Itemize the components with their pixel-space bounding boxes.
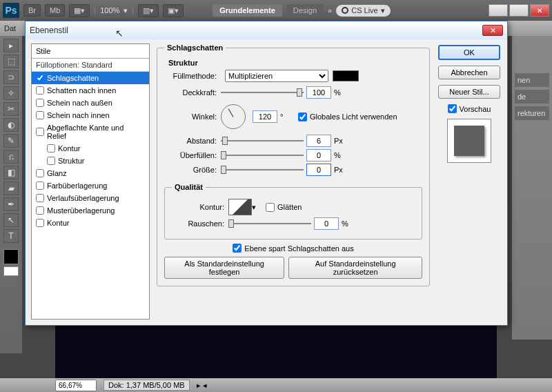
maximize-button[interactable]: ☐ (509, 4, 529, 17)
text-tool-icon[interactable]: T (3, 229, 19, 243)
arrange-button[interactable]: ▥▾ (138, 4, 159, 17)
style-satin[interactable]: Glanz (32, 167, 149, 179)
style-pattern-overlay[interactable]: Musterüberlagerung (32, 204, 149, 217)
foreground-color[interactable] (3, 249, 19, 264)
distance-input[interactable] (306, 135, 331, 147)
angle-input[interactable] (253, 110, 277, 123)
unit: % (342, 219, 355, 228)
checkbox[interactable] (36, 194, 44, 202)
dialog-titlebar[interactable]: Ebenenstil ✕ (26, 21, 507, 39)
style-gradient-overlay[interactable]: Verlaufsüberlagerung (32, 192, 149, 204)
distance-slider[interactable] (221, 135, 304, 146)
scroll-arrow-icon[interactable]: ▸ ◂ (197, 381, 207, 390)
zoom-dropdown-icon[interactable]: ▾ (124, 6, 128, 15)
tab-grundelemente[interactable]: Grundelemente (213, 4, 282, 17)
make-default-button[interactable]: Als Standardeinstellung festlegen (164, 257, 284, 279)
panel-tab[interactable]: nen (515, 73, 549, 87)
checkbox[interactable] (36, 206, 44, 215)
close-button[interactable]: ✕ (530, 4, 549, 17)
checkbox[interactable] (36, 99, 44, 107)
minimize-button[interactable]: — (489, 4, 508, 17)
angle-dial[interactable] (221, 104, 246, 129)
preview-swatch (454, 126, 484, 156)
checkbox[interactable] (36, 219, 44, 227)
blend-mode-select[interactable]: Multiplizieren (225, 70, 328, 82)
background-color[interactable] (3, 266, 19, 276)
checkbox[interactable] (36, 128, 44, 136)
styles-header[interactable]: Stile (32, 44, 149, 59)
dialog-close-button[interactable]: ✕ (482, 25, 503, 36)
opacity-slider[interactable] (221, 87, 304, 98)
screen-mode-button[interactable]: ▦▾ (69, 4, 90, 17)
styles-list: Stile Fülloptionen: Standard Schlagschat… (31, 43, 150, 320)
checkbox[interactable] (36, 182, 44, 190)
crop-tool-icon[interactable]: ✂ (3, 102, 19, 116)
style-contour[interactable]: Kontur (32, 142, 149, 155)
bridge-button[interactable]: Br (23, 4, 41, 17)
style-bevel-emboss[interactable]: Abgeflachte Kante und Relief (32, 121, 149, 142)
new-style-button[interactable]: Neuer Stil... (438, 85, 500, 99)
style-inner-glow[interactable]: Schein nach innen (32, 109, 149, 121)
spread-label: Überfüllen: (164, 151, 217, 159)
contour-picker[interactable] (228, 199, 252, 215)
ok-button[interactable]: OK (438, 45, 500, 60)
blending-options[interactable]: Fülloptionen: Standard (32, 59, 149, 72)
brush-tool-icon[interactable]: ✎ (3, 134, 19, 148)
schlagschatten-group: Schlagschatten Struktur Füllmethode: Mul… (157, 43, 430, 286)
zoom-level[interactable]: 100% (100, 6, 119, 14)
style-stroke[interactable]: Kontur (32, 217, 149, 229)
checkbox[interactable] (36, 74, 44, 82)
checkbox[interactable] (47, 157, 55, 165)
checkbox[interactable] (36, 169, 44, 177)
checkbox[interactable] (36, 111, 44, 119)
noise-input[interactable] (314, 217, 339, 230)
style-outer-glow[interactable]: Schein nach außen (32, 97, 149, 109)
move-tool-icon[interactable]: ▸ (3, 39, 19, 52)
zoom-input[interactable] (55, 380, 97, 391)
unit: Px (334, 137, 348, 145)
knockout-checkbox[interactable] (233, 244, 241, 253)
size-input[interactable] (306, 164, 331, 176)
unit: % (334, 88, 348, 97)
stamp-tool-icon[interactable]: ⎌ (3, 150, 19, 164)
tab-design[interactable]: Design (286, 4, 324, 17)
screenfill-button[interactable]: ▣▾ (163, 4, 184, 17)
opacity-input[interactable] (306, 86, 331, 99)
unit: ° (280, 112, 294, 121)
global-light-checkbox[interactable] (298, 112, 307, 121)
panel-tab[interactable]: de (515, 90, 549, 104)
spread-input[interactable] (306, 149, 331, 161)
path-tool-icon[interactable]: ↖ (3, 213, 19, 227)
pen-tool-icon[interactable]: ✒ (3, 197, 19, 211)
document-info[interactable]: Dok: 1,37 MB/5,00 MB (103, 380, 190, 391)
noise-slider[interactable] (228, 218, 311, 229)
shadow-color-swatch[interactable] (333, 70, 359, 81)
marquee-tool-icon[interactable]: ⬚ (3, 55, 19, 68)
reset-default-button[interactable]: Auf Standardeinstellung zurücksetzen (288, 257, 422, 279)
lasso-tool-icon[interactable]: ⊃ (3, 70, 19, 84)
checkbox[interactable] (47, 144, 55, 153)
gradient-tool-icon[interactable]: ▰ (3, 182, 19, 195)
spread-slider[interactable] (221, 150, 304, 161)
style-texture[interactable]: Struktur (32, 155, 149, 167)
preview-checkbox[interactable] (448, 104, 457, 113)
size-slider[interactable] (221, 164, 304, 175)
more-tabs-icon[interactable]: » (328, 6, 332, 14)
eraser-tool-icon[interactable]: ◧ (3, 166, 19, 179)
cslive-button[interactable]: CS Live ▾ (336, 5, 391, 17)
panel-tab[interactable]: rekturen (515, 106, 549, 120)
eyedropper-tool-icon[interactable]: ◐ (3, 118, 19, 132)
wand-tool-icon[interactable]: ✧ (3, 86, 19, 100)
opacity-label: Deckkraft: (164, 88, 217, 97)
style-color-overlay[interactable]: Farbüberlagerung (32, 179, 149, 192)
menu-datei[interactable]: Dat (4, 24, 16, 32)
checkbox[interactable] (36, 86, 44, 95)
minibridge-button[interactable]: Mb (45, 4, 65, 17)
cursor-icon: ↖ (115, 28, 124, 39)
style-drop-shadow[interactable]: Schlagschatten (32, 72, 149, 84)
chevron-down-icon[interactable]: ▾ (252, 203, 256, 212)
antialias-checkbox[interactable] (266, 203, 275, 212)
cancel-button[interactable]: Abbrechen (438, 66, 500, 79)
tools-panel: ▸ ⬚ ⊃ ✧ ✂ ◐ ✎ ⎌ ◧ ▰ ✒ ↖ T (0, 36, 22, 353)
style-inner-shadow[interactable]: Schatten nach innen (32, 84, 149, 97)
